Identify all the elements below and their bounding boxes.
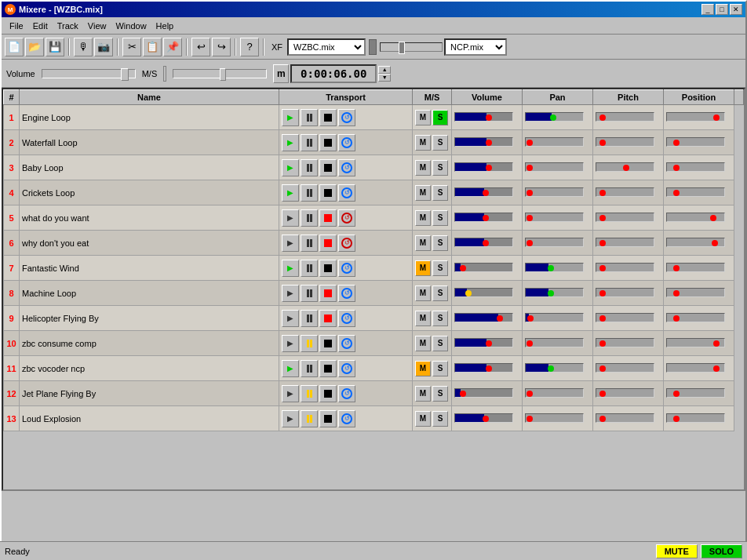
pause-button[interactable]: [301, 134, 318, 151]
track-volume[interactable]: [452, 105, 523, 130]
solo-button[interactable]: S: [432, 411, 448, 427]
xfade-track[interactable]: [380, 42, 443, 52]
play-button[interactable]: ▶: [282, 385, 299, 402]
open-button[interactable]: 📂: [25, 38, 44, 56]
track-pitch[interactable]: [593, 130, 664, 155]
loop-button[interactable]: ↺: [338, 285, 355, 302]
track-pitch[interactable]: [593, 331, 664, 356]
pause-button[interactable]: [301, 260, 318, 277]
mix-file-dropdown[interactable]: WZBC.mix: [287, 38, 366, 56]
track-pan[interactable]: [523, 281, 593, 306]
track-volume[interactable]: [452, 155, 523, 180]
track-pitch[interactable]: [593, 155, 664, 180]
camera-button[interactable]: 📷: [94, 38, 113, 56]
track-pitch[interactable]: [593, 306, 664, 331]
loop-button[interactable]: ↺: [338, 360, 355, 377]
mute-button[interactable]: M: [415, 185, 431, 201]
menu-view[interactable]: View: [83, 20, 111, 32]
play-button[interactable]: ▶: [282, 134, 299, 151]
play-button[interactable]: ▶: [282, 109, 299, 126]
track-pitch[interactable]: [593, 180, 664, 205]
stop-button[interactable]: [319, 235, 337, 252]
track-pan[interactable]: [523, 381, 593, 406]
master-volume-slider[interactable]: [42, 69, 136, 78]
track-position[interactable]: [664, 406, 734, 431]
track-position[interactable]: [664, 306, 734, 331]
mute-button[interactable]: M: [415, 260, 431, 276]
stop-button[interactable]: [319, 209, 337, 227]
loop-button[interactable]: ↺: [338, 109, 355, 126]
track-position[interactable]: [664, 256, 734, 281]
redo-button[interactable]: ↪: [212, 38, 231, 56]
loop-button[interactable]: ↺: [338, 335, 355, 352]
pause-button[interactable]: [301, 209, 318, 227]
track-volume[interactable]: [452, 331, 523, 356]
play-button[interactable]: ▶: [282, 335, 299, 352]
xfade-slider[interactable]: [369, 39, 377, 55]
mute-indicator[interactable]: MUTE: [656, 544, 698, 558]
mute-button[interactable]: M: [415, 110, 431, 125]
loop-button[interactable]: ↺: [338, 310, 355, 327]
track-position[interactable]: [664, 155, 734, 180]
track-pan[interactable]: [523, 306, 593, 331]
track-pan[interactable]: [523, 256, 593, 281]
track-pitch[interactable]: [593, 256, 664, 281]
track-pitch[interactable]: [593, 381, 664, 406]
mute-button[interactable]: M: [415, 210, 431, 226]
track-position[interactable]: [664, 105, 734, 130]
play-button[interactable]: ▶: [282, 209, 299, 227]
stop-button[interactable]: [319, 335, 337, 352]
pause-button[interactable]: [301, 385, 318, 402]
save-button[interactable]: 💾: [46, 38, 64, 56]
record-button[interactable]: 🎙: [74, 38, 93, 56]
loop-button[interactable]: ↺: [338, 134, 355, 151]
track-volume[interactable]: [452, 256, 523, 281]
track-volume[interactable]: [452, 281, 523, 306]
play-button[interactable]: ▶: [282, 360, 299, 377]
loop-button[interactable]: ↺: [338, 159, 355, 176]
track-volume[interactable]: [452, 306, 523, 331]
play-button[interactable]: ▶: [282, 184, 299, 202]
m-button[interactable]: m: [273, 64, 289, 83]
help-button[interactable]: ?: [240, 38, 259, 56]
loop-button[interactable]: ↺: [338, 209, 355, 227]
stop-button[interactable]: [319, 184, 337, 202]
pause-button[interactable]: [301, 335, 318, 352]
solo-button[interactable]: S: [432, 336, 448, 351]
track-volume[interactable]: [452, 130, 523, 155]
track-position[interactable]: [664, 180, 734, 205]
track-pitch[interactable]: [593, 105, 664, 130]
track-pitch[interactable]: [593, 231, 664, 256]
loop-button[interactable]: ↺: [338, 235, 355, 252]
track-pan[interactable]: [523, 331, 593, 356]
solo-button[interactable]: S: [432, 235, 448, 251]
undo-button[interactable]: ↩: [191, 38, 210, 56]
play-button[interactable]: ▶: [282, 310, 299, 327]
track-pan[interactable]: [523, 231, 593, 256]
pause-button[interactable]: [301, 235, 318, 252]
solo-button[interactable]: S: [432, 110, 448, 125]
track-position[interactable]: [664, 381, 734, 406]
loop-button[interactable]: ↺: [338, 260, 355, 277]
mute-button[interactable]: M: [415, 311, 431, 326]
track-pan[interactable]: [523, 205, 593, 231]
minimize-button[interactable]: _: [701, 4, 714, 15]
solo-button[interactable]: S: [432, 361, 448, 376]
mute-button[interactable]: M: [415, 160, 431, 176]
play-button[interactable]: ▶: [282, 410, 299, 427]
track-pitch[interactable]: [593, 406, 664, 431]
maximize-button[interactable]: □: [716, 4, 728, 15]
track-pitch[interactable]: [593, 281, 664, 306]
copy-button[interactable]: 📋: [143, 38, 162, 56]
track-volume[interactable]: [452, 231, 523, 256]
solo-indicator[interactable]: SOLO: [701, 544, 742, 558]
ms-slider[interactable]: [173, 69, 267, 78]
solo-button[interactable]: S: [432, 210, 448, 226]
mute-button[interactable]: M: [415, 336, 431, 351]
time-up-button[interactable]: ▲: [378, 66, 391, 74]
track-position[interactable]: [664, 231, 734, 256]
track-volume[interactable]: [452, 205, 523, 231]
track-pan[interactable]: [523, 105, 593, 130]
track-volume[interactable]: [452, 180, 523, 205]
track-volume[interactable]: [452, 356, 523, 381]
